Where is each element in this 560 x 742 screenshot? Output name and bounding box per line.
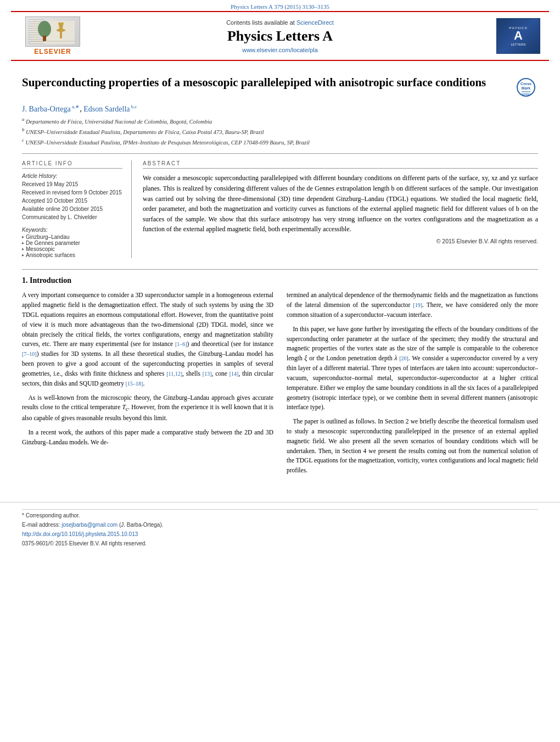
svg-text:Cross: Cross — [520, 82, 531, 86]
svg-rect-0 — [31, 21, 75, 44]
main-content: Superconducting properties of a mesoscop… — [0, 61, 560, 491]
intro-body: A very important consequence to consider… — [22, 291, 538, 480]
corresponding-note: * Corresponding author. — [22, 512, 538, 520]
abstract-text: We consider a mesoscopic superconducting… — [143, 173, 538, 235]
article-title-section: Superconducting properties of a mesoscop… — [22, 75, 538, 99]
svg-text:Mark: Mark — [522, 86, 530, 90]
elsevier-brand-text: ELSEVIER — [34, 48, 71, 55]
intro-para-5: In this paper, we have gone further by i… — [287, 325, 538, 412]
keywords-label: Keywords: — [22, 227, 122, 233]
doi-line: http://dx.doi.org/10.1016/j.physleta.201… — [22, 531, 538, 538]
article-history: Article History: Received 19 May 2015 Re… — [22, 173, 122, 221]
ref-19[interactable]: [19] — [413, 302, 422, 308]
email-footnote: E-mail address: josejbarba@gmail.com (J.… — [22, 521, 538, 529]
intro-para-1: A very important consequence to consider… — [22, 291, 273, 388]
crossmark-badge[interactable]: Cross Mark updates — [516, 77, 538, 99]
journal-name: Physics Letters A — [86, 28, 474, 44]
ref-14[interactable]: [14] — [229, 371, 239, 377]
intro-col-right: termined an analytical dependence of the… — [287, 291, 538, 480]
intro-heading: Introduction — [30, 276, 71, 284]
history-label: Article History: — [22, 173, 122, 179]
ref-11-12[interactable]: [11,12] — [166, 371, 182, 377]
svg-point-1 — [38, 21, 51, 37]
affiliations: a Departamento de Física, Universidad Na… — [22, 116, 538, 147]
footer-rule — [22, 509, 538, 510]
keyword-1: Ginzburg–Landau — [22, 234, 122, 240]
affiliation-b: b UNESP–Universidade Estadual Paulista, … — [22, 126, 538, 136]
author2-link[interactable]: Edson Sardella — [83, 105, 130, 113]
introduction-section: 1. Introduction A very important consequ… — [22, 269, 538, 480]
accepted-date: Accepted 10 October 2015 — [22, 197, 122, 205]
abstract-column: ABSTRACT We consider a mesoscopic superc… — [143, 160, 538, 258]
issn-line: 0375-9601/© 2015 Elsevier B.V. All right… — [22, 540, 538, 548]
article-title: Superconducting properties of a mesoscop… — [22, 75, 505, 90]
ref-20[interactable]: [20] — [399, 355, 408, 361]
sciencedirect-link[interactable]: ScienceDirect — [296, 19, 334, 26]
ref-7-10[interactable]: [7–10] — [22, 351, 37, 357]
elsevier-logo-image — [25, 16, 80, 47]
intro-para-2: As is well-known from the microscopic th… — [22, 393, 273, 424]
svg-point-3 — [57, 29, 65, 32]
sciencedirect-line: Contents lists available at ScienceDirec… — [86, 19, 474, 26]
author-email-link[interactable]: josejbarba@gmail.com — [61, 522, 117, 528]
affiliation-c: c UNESP–Universidade Estadual Paulista, … — [22, 137, 538, 147]
copyright-text: © 2015 Elsevier B.V. All rights reserved… — [143, 238, 538, 244]
keyword-4: Anisotropic surfaces — [22, 252, 122, 258]
online-date: Available online 20 October 2015 — [22, 205, 122, 213]
intro-number: 1. — [22, 276, 28, 284]
revised-date: Received in revised form 9 October 2015 — [22, 188, 122, 197]
intro-para-6: The paper is outlined as follows. In Sec… — [287, 417, 538, 476]
badge-letter-a: A — [514, 30, 523, 42]
article-info-column: ARTICLE INFO Article History: Received 1… — [22, 160, 132, 258]
doi-link[interactable]: http://dx.doi.org/10.1016/j.physleta.201… — [22, 531, 138, 537]
journal-url[interactable]: www.elsevier.com/locate/pla — [86, 47, 474, 53]
author1-sup: a,∗ — [71, 104, 80, 109]
intro-col-left: A very important consequence to consider… — [22, 291, 273, 480]
journal-center-info: Contents lists available at ScienceDirec… — [86, 19, 474, 53]
ref-13[interactable]: [13] — [203, 371, 212, 377]
intro-para-3: In a recent work, the authors of this pa… — [22, 428, 273, 448]
article-info-abstract-section: ARTICLE INFO Article History: Received 1… — [22, 153, 538, 258]
svg-rect-4 — [60, 32, 62, 38]
journal-header: ELSEVIER Contents lists available at Sci… — [11, 11, 549, 61]
article-info-header: ARTICLE INFO — [22, 160, 122, 169]
author2-name: Edson Sardella — [83, 105, 130, 113]
authors-line: J. Barba-Ortega a,∗, Edson Sardella b,c — [22, 104, 538, 114]
journal-logo-badge: PHYSICS A LETTERS — [496, 18, 540, 54]
page-footer: * Corresponding author. E-mail address: … — [0, 502, 560, 554]
affiliation-a: a Departamento de Física, Universidad Na… — [22, 116, 538, 126]
keyword-3: Mesoscopic — [22, 246, 122, 252]
author2-sup: b,c — [130, 104, 137, 109]
email-author-name: (J. Barba-Ortega). — [119, 522, 164, 528]
svg-rect-2 — [43, 36, 46, 41]
journal-right-badge: PHYSICS A LETTERS — [474, 18, 540, 54]
journal-ref-text: Physics Letters A 379 (2015) 3130–3135 — [231, 3, 329, 10]
ref-1-6[interactable]: [1–6] — [175, 341, 187, 347]
ref-15-18[interactable]: [15–18] — [126, 381, 143, 387]
keyword-2: De Gennes parameter — [22, 240, 122, 246]
keywords-section: Keywords: Ginzburg–Landau De Gennes para… — [22, 227, 122, 258]
communicated-by: Communicated by L. Chivelder — [22, 213, 122, 221]
received-date: Received 19 May 2015 — [22, 180, 122, 188]
intro-title: 1. Introduction — [22, 276, 538, 285]
abstract-header: ABSTRACT — [143, 160, 538, 169]
svg-text:updates: updates — [521, 92, 531, 96]
author1-name: J. Barba-Ortega — [22, 105, 71, 113]
author1-link[interactable]: J. Barba-Ortega — [22, 105, 71, 113]
journal-reference-bar: Physics Letters A 379 (2015) 3130–3135 — [0, 0, 560, 11]
badge-subtitle: LETTERS — [511, 43, 525, 46]
intro-para-4: termined an analytical dependence of the… — [287, 291, 538, 320]
elsevier-logo: ELSEVIER — [20, 16, 86, 55]
